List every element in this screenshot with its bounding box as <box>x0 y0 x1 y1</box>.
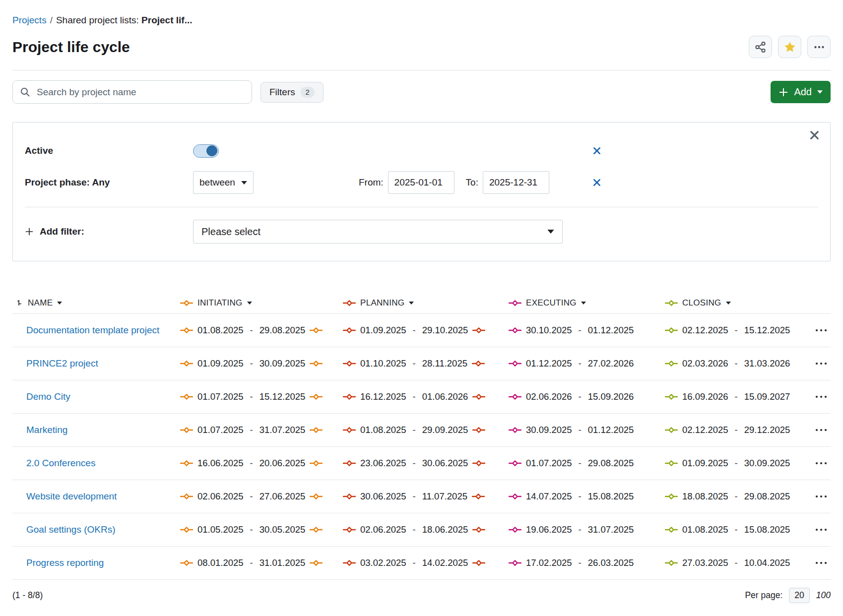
phase-start-date: 30.10.2025 <box>526 325 572 336</box>
phase-cell-executing: 30.09.2025 - 01.12.2025 <box>509 425 665 435</box>
filter-panel-close-button[interactable] <box>810 130 819 140</box>
project-name-cell: Progress reporting <box>12 557 180 568</box>
row-actions-cell <box>812 325 836 335</box>
project-link[interactable]: 2.0 Conferences <box>26 458 95 468</box>
date-separator: - <box>735 391 738 402</box>
per-page-option-100[interactable]: 100 <box>816 590 831 601</box>
filters-label: Filters <box>269 87 295 98</box>
result-range: (1 - 8/8) <box>12 590 43 601</box>
phase-start-date: 02.03.2026 <box>682 358 728 369</box>
table-row: 2.0 Conferences 16.06.2025 - 20.06.2025 … <box>12 447 831 480</box>
row-more-button[interactable] <box>812 425 831 435</box>
phase-operator-select[interactable]: between <box>193 171 254 194</box>
row-more-button[interactable] <box>812 359 831 369</box>
phase-gate-icon <box>180 393 193 400</box>
active-toggle[interactable] <box>193 144 219 158</box>
date-separator: - <box>413 358 416 369</box>
project-phases-table: NAME INITIATING PLANNING EXECUTING CLOSI <box>12 292 831 580</box>
phase-gate-icon <box>509 427 521 433</box>
favorite-button[interactable] <box>778 36 801 58</box>
column-label: NAME <box>28 298 53 308</box>
column-sort-caret-icon <box>247 302 252 305</box>
filter-row-active: Active <box>25 137 818 164</box>
phase-cell-executing: 14.07.2025 - 15.08.2025 <box>509 491 665 502</box>
to-date-input[interactable] <box>483 171 549 194</box>
phase-cell-planning: 16.12.2025 - 01.06.2026 <box>343 391 509 402</box>
add-button[interactable]: Add <box>771 81 831 103</box>
phase-end-date: 29.08.2025 <box>744 491 790 502</box>
row-actions-cell <box>812 525 836 535</box>
project-name-cell: Marketing <box>12 425 180 435</box>
phase-gate-icon <box>665 300 678 307</box>
phase-end-date: 29.08.2025 <box>588 458 634 469</box>
column-header-planning[interactable]: PLANNING <box>343 298 509 308</box>
phase-end-date: 29.10.2025 <box>422 325 468 336</box>
row-more-button[interactable] <box>812 492 831 501</box>
phase-start-date: 19.06.2025 <box>526 524 572 535</box>
project-link[interactable]: Documentation template project <box>26 325 159 335</box>
date-separator: - <box>579 358 582 369</box>
project-link[interactable]: Website development <box>26 491 117 501</box>
search-input[interactable] <box>37 87 245 98</box>
phase-gate-icon <box>343 327 356 334</box>
row-more-button[interactable] <box>812 458 831 468</box>
row-more-button[interactable] <box>812 558 831 568</box>
phase-filter-label: Project phase: Any <box>25 177 193 188</box>
table-row: Documentation template project 01.08.202… <box>12 314 831 347</box>
date-separator: - <box>735 458 738 469</box>
active-filter-label: Active <box>25 145 193 156</box>
phase-end-date: 15.09.2027 <box>744 391 790 402</box>
ellipsis-icon <box>815 528 828 532</box>
phase-start-date: 01.12.2025 <box>526 358 572 369</box>
phase-end-date: 15.12.2025 <box>259 391 306 402</box>
project-link[interactable]: Marketing <box>26 425 67 435</box>
remove-active-filter-button[interactable] <box>593 147 601 155</box>
phase-gate-icon <box>343 427 356 433</box>
row-more-button[interactable] <box>812 525 831 535</box>
project-link[interactable]: Demo City <box>26 391 70 402</box>
row-more-button[interactable] <box>812 392 831 402</box>
breadcrumb-projects-link[interactable]: Projects <box>12 15 47 25</box>
from-date-input[interactable] <box>388 171 454 194</box>
phase-end-date: 30.06.2025 <box>422 458 468 469</box>
share-button[interactable] <box>749 36 772 58</box>
phase-cell-initiating: 01.08.2025 - 29.08.2025 <box>180 325 343 336</box>
phase-gate-icon <box>472 493 485 500</box>
phase-gate-icon <box>180 327 193 334</box>
project-link[interactable]: Progress reporting <box>26 557 104 568</box>
per-page-selected: 20 <box>789 588 809 603</box>
column-header-initiating[interactable]: INITIATING <box>180 298 343 308</box>
date-separator: - <box>413 458 416 469</box>
phase-start-date: 02.06.2025 <box>360 524 406 535</box>
add-filter-select[interactable]: Please select <box>193 220 563 244</box>
table-row: Marketing 01.07.2025 - 31.07.2025 01.08.… <box>12 414 831 447</box>
toolbar: Filters 2 Add <box>12 80 831 104</box>
project-link[interactable]: PRINCE2 project <box>26 358 98 369</box>
phase-gate-icon <box>472 327 485 334</box>
project-link[interactable]: Goal settings (OKRs) <box>26 524 116 535</box>
date-separator: - <box>735 557 738 568</box>
date-separator: - <box>413 557 416 568</box>
row-actions-cell <box>812 458 836 468</box>
phase-cell-closing: 27.03.2025 - 10.04.2025 <box>665 557 812 568</box>
phase-gate-icon <box>310 493 323 500</box>
phase-end-date: 15.12.2025 <box>744 325 790 336</box>
phase-end-date: 01.12.2025 <box>588 425 634 435</box>
phase-cell-executing: 01.07.2025 - 29.08.2025 <box>509 458 665 469</box>
phase-gate-icon <box>310 360 323 367</box>
column-header-executing[interactable]: EXECUTING <box>509 298 665 308</box>
column-header-closing[interactable]: CLOSING <box>665 298 812 308</box>
filters-button[interactable]: Filters 2 <box>260 82 324 103</box>
phase-gate-icon <box>472 393 485 400</box>
add-label: Add <box>794 86 812 98</box>
phase-start-date: 01.07.2025 <box>197 425 244 435</box>
phase-gate-icon <box>665 526 678 533</box>
phase-end-date: 15.08.2025 <box>744 524 790 535</box>
row-actions-cell <box>812 492 836 501</box>
column-header-name[interactable]: NAME <box>12 298 180 308</box>
more-options-button[interactable] <box>807 36 831 58</box>
row-more-button[interactable] <box>812 325 831 335</box>
phase-cell-closing: 02.12.2025 - 29.12.2025 <box>665 425 812 435</box>
plus-icon <box>778 87 788 97</box>
remove-phase-filter-button[interactable] <box>593 179 601 186</box>
